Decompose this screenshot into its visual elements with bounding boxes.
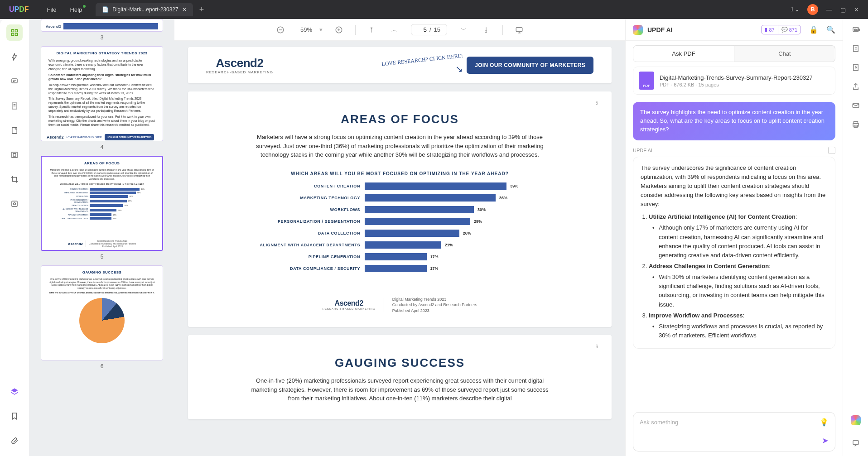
- zoom-in-button[interactable]: [333, 24, 345, 36]
- lock-icon[interactable]: 🔒: [809, 25, 818, 34]
- svg-rect-3: [15, 34, 18, 36]
- chart-title: WHICH AREAS WILL YOU BE MOST FOCUSED ON …: [215, 171, 584, 176]
- comment-icon[interactable]: [6, 73, 23, 90]
- share-icon[interactable]: [852, 82, 860, 92]
- ocr-icon[interactable]: [6, 147, 23, 163]
- tab-chat[interactable]: Chat: [734, 45, 835, 62]
- svg-rect-26: [853, 64, 858, 71]
- bookmark-icon[interactable]: [6, 98, 23, 114]
- ocr-tool-icon[interactable]: OCR: [852, 25, 860, 35]
- bar-chart: CONTENT CREATION39%MARKETING TECHNOLOGY3…: [215, 182, 584, 286]
- arrow-icon: ↘: [455, 63, 463, 74]
- page-indicator[interactable]: / 15: [411, 24, 447, 35]
- ai-panel: UPDF AI ▮87 💬871 🔒 🔍 Ask PDF Chat Digita…: [625, 19, 843, 456]
- page-input[interactable]: [418, 26, 427, 33]
- page-number: 6: [595, 344, 598, 349]
- copy-icon[interactable]: [828, 147, 835, 154]
- close-tab-icon[interactable]: ✕: [182, 6, 187, 13]
- window-controls: 1⌄ B — ▢ ✕: [791, 4, 868, 15]
- page-number: 5: [595, 101, 598, 106]
- send-button[interactable]: ➤: [822, 436, 829, 446]
- thumbnail[interactable]: Ascend2 3: [40, 19, 164, 41]
- thumb-title: GAUGING SUCCESS: [48, 270, 155, 275]
- svg-point-27: [855, 67, 856, 68]
- titlebar: UPDF File Help 📄 Digital-Mark...eport-23…: [0, 0, 868, 19]
- next-page-button[interactable]: ﹀: [457, 24, 470, 36]
- cta-script: LOVE RESEARCH? CLICK HERE!: [381, 52, 463, 67]
- update-dot-icon: [83, 5, 86, 8]
- credit-badge[interactable]: ▮87 💬871: [761, 25, 801, 34]
- thumb-title: DIGITAL MARKETING STRATEGY TRENDS 2023: [48, 51, 155, 56]
- page-6: 6 GAUGING SUCCESS One-in-five (20%) mark…: [188, 335, 612, 419]
- thumb-title: AREAS OF FOCUS: [49, 161, 155, 166]
- file-name: Digital-Marketing-Trends-Survey-Summary-…: [660, 74, 813, 81]
- thumb-number: 4: [40, 144, 164, 150]
- svg-rect-0: [11, 29, 14, 32]
- user-avatar[interactable]: B: [807, 4, 818, 15]
- new-tab-button[interactable]: +: [199, 5, 204, 14]
- feedback-icon[interactable]: [852, 439, 860, 449]
- attachment-icon[interactable]: [6, 432, 23, 449]
- chat-body[interactable]: The survey highlights the need to optimi…: [626, 99, 843, 408]
- chat-credit-icon: 💬: [781, 27, 788, 33]
- zoom-dropdown-icon[interactable]: ▾: [319, 26, 323, 33]
- tab-bar: 📄 Digital-Mark...eport-230327 ✕ +: [96, 3, 204, 16]
- body-text: One-in-five (20%) marketing professional…: [246, 376, 554, 403]
- thumbnail[interactable]: GAUGING SUCCESS One-in-five (20%) market…: [40, 265, 164, 370]
- convert-icon[interactable]: [852, 44, 860, 54]
- presentation-button[interactable]: [513, 24, 526, 36]
- layers-icon[interactable]: [6, 384, 23, 400]
- svg-rect-4: [12, 79, 17, 83]
- print-icon[interactable]: [852, 120, 860, 130]
- user-message: The survey highlights the need to optimi…: [633, 102, 835, 140]
- edit-icon[interactable]: [6, 122, 23, 139]
- viewer-toolbar: 59% ▾ ⭱ ︿ / 15 ﹀ ⭳: [174, 19, 625, 41]
- ascend-logo-text: Ascend2: [47, 135, 64, 139]
- document-scroll[interactable]: Ascend2 RESEARCH-BASED MARKETING LOVE RE…: [174, 41, 625, 456]
- svg-point-14: [14, 203, 16, 205]
- minimize-icon[interactable]: —: [826, 6, 832, 13]
- main-content: Ascend2 3 DIGITAL MARKETING STRATEGY TRE…: [0, 19, 868, 456]
- svg-rect-25: [853, 45, 858, 52]
- page-total: 15: [434, 26, 440, 33]
- ascend-logo-text: Ascend2: [68, 242, 83, 246]
- bookmark-ribbon-icon[interactable]: [6, 408, 23, 424]
- ai-header: UPDF AI ▮87 💬871 🔒 🔍: [626, 19, 843, 41]
- svg-rect-13: [12, 201, 17, 206]
- search-icon[interactable]: 🔍: [826, 25, 835, 34]
- prev-page-button[interactable]: ︿: [388, 24, 401, 36]
- svg-text:OCR: OCR: [854, 29, 860, 31]
- lightbulb-icon[interactable]: 💡: [820, 418, 829, 427]
- section-title: AREAS OF FOCUS: [215, 112, 584, 126]
- crop-icon[interactable]: [6, 171, 23, 187]
- thumbnail-panel[interactable]: Ascend2 3 DIGITAL MARKETING STRATEGY TRE…: [29, 19, 174, 456]
- zoom-out-button[interactable]: [274, 24, 287, 36]
- doc-credit-icon: ▮: [765, 27, 767, 33]
- cta-button[interactable]: JOIN OUR COMMUNITY OF MARKETERS: [467, 57, 593, 74]
- svg-rect-32: [853, 441, 858, 445]
- thumbnails-icon[interactable]: [6, 24, 23, 41]
- form-icon[interactable]: [6, 196, 23, 212]
- tab-ask-pdf[interactable]: Ask PDF: [633, 45, 734, 62]
- svg-rect-11: [12, 152, 17, 158]
- last-page-button[interactable]: ⭳: [480, 24, 492, 36]
- thumbnail[interactable]: DIGITAL MARKETING STRATEGY TRENDS 2023 W…: [40, 46, 164, 150]
- thumb-number: 3: [40, 34, 164, 41]
- first-page-button[interactable]: ⭱: [366, 24, 378, 36]
- menu-help[interactable]: Help: [70, 6, 82, 13]
- close-icon[interactable]: ✕: [854, 6, 859, 13]
- document-tab[interactable]: 📄 Digital-Mark...eport-230327 ✕: [96, 3, 193, 16]
- notification-badge[interactable]: 1⌄: [791, 6, 799, 13]
- menu-file[interactable]: File: [47, 6, 57, 13]
- email-icon[interactable]: [852, 101, 860, 111]
- thumb-number: 6: [40, 363, 164, 370]
- ai-tabs: Ask PDF Chat: [626, 41, 843, 62]
- ai-input-box[interactable]: Ask something 💡 ➤: [633, 412, 835, 451]
- thumbnail[interactable]: AREAS OF FOCUS Marketers will have a str…: [40, 156, 164, 260]
- highlight-icon[interactable]: [6, 49, 23, 65]
- maximize-icon[interactable]: ▢: [840, 6, 846, 13]
- protect-icon[interactable]: [852, 63, 860, 73]
- svg-rect-12: [13, 154, 16, 156]
- ai-float-icon[interactable]: [851, 415, 861, 425]
- ai-input-placeholder[interactable]: Ask something: [640, 419, 820, 426]
